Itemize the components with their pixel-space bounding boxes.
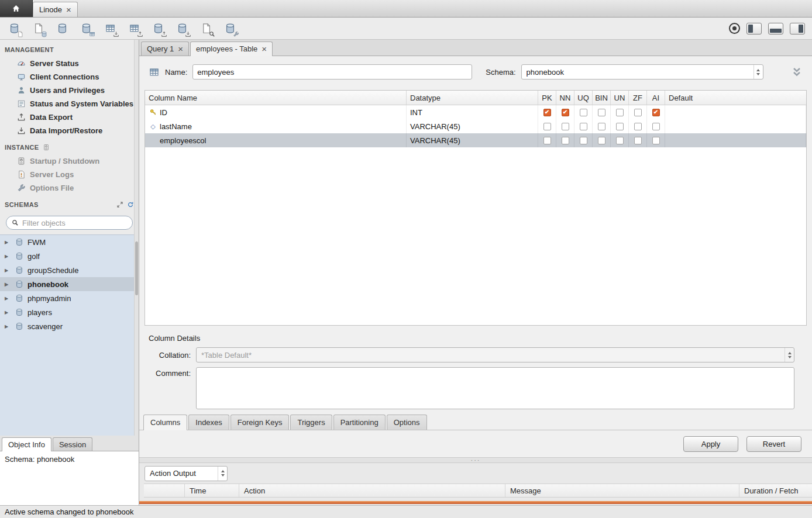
column-row-employeescol[interactable]: employeescolVARCHAR(45): [145, 133, 806, 147]
info-tab-session[interactable]: Session: [53, 437, 92, 451]
expand-arrow-icon[interactable]: ▶: [5, 324, 11, 329]
close-icon[interactable]: ×: [178, 44, 183, 53]
nn-checkbox[interactable]: [562, 109, 569, 116]
revert-button[interactable]: Revert: [746, 436, 801, 452]
sidebar-item-status-and-system-variables[interactable]: Status and System Variables: [0, 97, 139, 110]
schema-filter-input[interactable]: [22, 219, 127, 227]
info-tab-object-info[interactable]: Object Info: [2, 437, 51, 451]
grid-header-nn[interactable]: NN: [556, 91, 574, 105]
home-tab[interactable]: [0, 0, 33, 17]
create-schema-icon[interactable]: [55, 22, 69, 36]
tab-foreign-keys[interactable]: Foreign Keys: [230, 415, 290, 430]
output-header-action[interactable]: Action: [239, 484, 505, 497]
stepper-icon[interactable]: [218, 467, 227, 481]
schema-item-fwm[interactable]: ▶FWM: [0, 235, 139, 249]
stepper-icon[interactable]: [785, 348, 794, 362]
bin-checkbox[interactable]: [598, 109, 605, 116]
grid-header-ai[interactable]: AI: [647, 91, 665, 105]
sidebar-item-users-and-privileges[interactable]: Users and Privileges: [0, 84, 139, 97]
grid-header-zf[interactable]: ZF: [629, 91, 647, 105]
sidebar-item-server-logs[interactable]: Server Logs: [0, 168, 139, 181]
editor-tab-query-1[interactable]: Query 1×: [141, 42, 189, 56]
toggle-right-panel-icon[interactable]: [790, 23, 805, 34]
output-header-message[interactable]: Message: [505, 484, 739, 497]
editor-tab-employees-table[interactable]: employees - Table×: [190, 42, 273, 56]
new-sql-tab-icon[interactable]: [7, 22, 21, 36]
grid-header-uq[interactable]: UQ: [574, 91, 593, 105]
sidebar-item-data-export[interactable]: Data Export: [0, 110, 139, 124]
close-icon[interactable]: ×: [66, 5, 71, 14]
ai-checkbox[interactable]: [652, 137, 660, 144]
schema-item-phpmyadmin[interactable]: ▶phpmyadmin: [0, 291, 139, 305]
tab-indexes[interactable]: Indexes: [188, 415, 229, 430]
sidebar-item-data-import-restore[interactable]: Data Import/Restore: [0, 124, 139, 137]
tab-partitioning[interactable]: Partitioning: [333, 415, 386, 430]
sidebar-item-client-connections[interactable]: Client Connections: [0, 70, 139, 84]
toggle-output-panel-icon[interactable]: [768, 23, 783, 34]
column-row-id[interactable]: IDINT: [145, 105, 806, 119]
grid-header-column-name[interactable]: Column Name: [145, 91, 407, 105]
collapse-header-icon[interactable]: [791, 66, 803, 78]
uq-checkbox[interactable]: [580, 137, 587, 144]
ai-checkbox[interactable]: [652, 123, 660, 130]
bin-checkbox[interactable]: [598, 123, 605, 130]
schema-item-phonebook[interactable]: ▶phonebook: [0, 277, 139, 291]
table-name-input[interactable]: [192, 64, 472, 80]
collation-select[interactable]: *Table Default*: [196, 347, 794, 362]
database-backup-icon[interactable]: [151, 22, 165, 36]
un-checkbox[interactable]: [616, 123, 624, 130]
pk-checkbox[interactable]: [543, 109, 551, 116]
output-header-time[interactable]: Time: [185, 484, 239, 497]
search-database-icon[interactable]: [199, 22, 213, 36]
grid-header-datatype[interactable]: Datatype: [407, 91, 538, 105]
refresh-schemas-icon[interactable]: [127, 201, 134, 208]
tab-options[interactable]: Options: [387, 415, 427, 430]
import-data-icon[interactable]: [103, 22, 117, 36]
sidebar-scrollbar[interactable]: [134, 40, 139, 436]
schema-item-players[interactable]: ▶players: [0, 305, 139, 319]
open-sql-script-icon[interactable]: [31, 22, 45, 36]
connection-tab[interactable]: Linode ×: [33, 2, 78, 17]
database-restore-icon[interactable]: [175, 22, 189, 36]
schema-item-scavenger[interactable]: ▶scavenger: [0, 319, 139, 333]
bin-checkbox[interactable]: [598, 137, 605, 144]
uq-checkbox[interactable]: [580, 123, 587, 130]
expand-arrow-icon[interactable]: ▶: [5, 268, 11, 273]
output-splitter[interactable]: ···: [139, 457, 812, 463]
pk-checkbox[interactable]: [543, 137, 551, 144]
zf-checkbox[interactable]: [634, 123, 642, 130]
sidebar-item-options-file[interactable]: Options File: [0, 181, 139, 195]
tab-columns[interactable]: Columns: [143, 415, 187, 430]
uq-checkbox[interactable]: [580, 109, 587, 116]
stepper-icon[interactable]: [753, 65, 763, 79]
toggle-left-panel-icon[interactable]: [746, 23, 762, 34]
schema-item-golf[interactable]: ▶golf: [0, 249, 139, 263]
output-header-duration-fetch[interactable]: Duration / Fetch: [739, 484, 812, 497]
tab-triggers[interactable]: Triggers: [290, 415, 332, 430]
create-table-icon[interactable]: [79, 22, 93, 36]
scrollbar-thumb[interactable]: [135, 241, 138, 295]
un-checkbox[interactable]: [616, 109, 624, 116]
zf-checkbox[interactable]: [634, 137, 642, 144]
nn-checkbox[interactable]: [562, 137, 569, 144]
database-connection-icon[interactable]: [223, 22, 237, 36]
nn-checkbox[interactable]: [562, 123, 569, 130]
schema-item-groupschedule[interactable]: ▶groupSchedule: [0, 263, 139, 277]
expand-arrow-icon[interactable]: ▶: [5, 282, 11, 287]
expand-arrow-icon[interactable]: ▶: [5, 310, 11, 315]
ai-checkbox[interactable]: [652, 109, 660, 116]
zf-checkbox[interactable]: [634, 109, 642, 116]
grid-header-bin[interactable]: BIN: [593, 91, 611, 105]
expand-schemas-icon[interactable]: [116, 201, 123, 208]
sidebar-item-server-status[interactable]: Server Status: [0, 57, 139, 70]
column-row-lastname[interactable]: ◇lastNameVARCHAR(45): [145, 119, 806, 133]
apply-button[interactable]: Apply: [683, 436, 738, 452]
output-selector[interactable]: Action Output: [144, 466, 228, 481]
comment-textarea[interactable]: [196, 367, 794, 409]
close-icon[interactable]: ×: [262, 44, 267, 53]
workbench-status-icon[interactable]: [729, 23, 740, 34]
grid-header-default[interactable]: Default: [665, 91, 806, 105]
expand-arrow-icon[interactable]: ▶: [5, 240, 11, 245]
schema-select[interactable]: phonebook: [521, 64, 763, 80]
pk-checkbox[interactable]: [543, 123, 551, 130]
